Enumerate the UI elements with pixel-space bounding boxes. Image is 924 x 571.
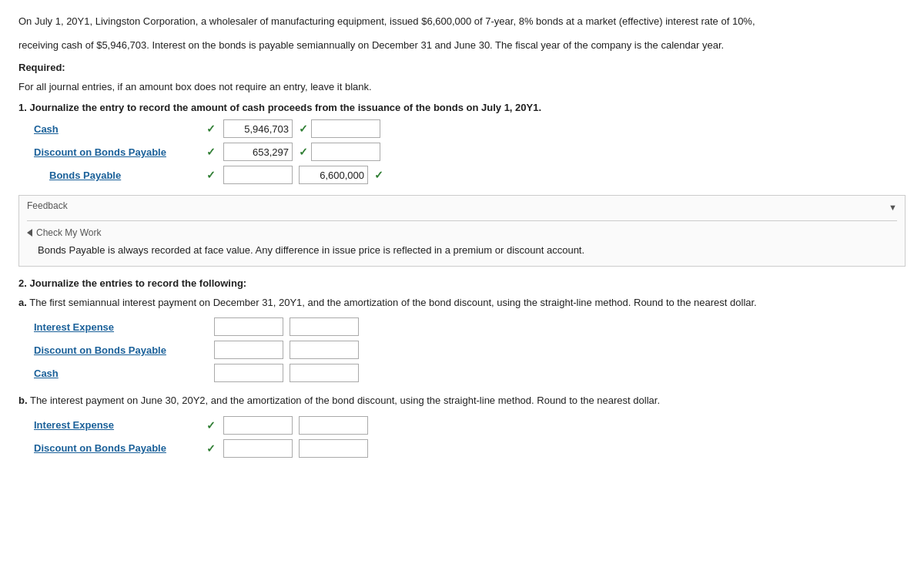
account-discount-bonds[interactable]: Discount on Bonds Payable	[34, 146, 203, 158]
discount-debit-check: ✓	[299, 146, 308, 158]
cash-debit-col: 5,946,703 ✓	[223, 119, 308, 138]
journal-row-discount-a: Discount on Bonds Payable	[34, 341, 906, 359]
discount-debit-box[interactable]: 653,297	[223, 143, 293, 161]
journal-row-interest-expense-b: Interest Expense ✓	[34, 416, 906, 435]
bonds-payable-debit-col	[223, 166, 296, 184]
question2b-text: b. The interest payment on June 30, 20Y2…	[18, 393, 906, 408]
journal-row-cash: Cash ✓ 5,946,703 ✓	[34, 119, 906, 138]
discount-b-check: ✓	[206, 442, 216, 455]
discount-credit-col	[311, 143, 383, 161]
interest-expense-b-credit-box[interactable]	[299, 416, 368, 435]
journal-row-discount: Discount on Bonds Payable ✓ 653,297 ✓	[34, 143, 906, 161]
feedback-label: Feedback	[27, 200, 68, 211]
bonds-payable-credit-check: ✓	[374, 169, 383, 181]
bonds-payable-credit-box[interactable]: 6,600,000	[299, 166, 368, 184]
cash-a-debit-col	[214, 364, 286, 382]
interest-expense-a-debit-box[interactable]	[214, 317, 283, 336]
interest-expense-a-credit-col	[290, 317, 362, 336]
account-bonds-payable[interactable]: Bonds Payable	[34, 170, 203, 181]
discount-a-credit-col	[290, 341, 362, 359]
instructions: For all journal entries, if an amount bo…	[18, 79, 906, 95]
journal-row-cash-a: Cash	[34, 364, 906, 382]
discount-b-credit-col	[299, 439, 371, 458]
bonds-payable-account-check: ✓	[206, 169, 216, 181]
intro-text-1: On July 1, 20Y1, Livingston Corporation,…	[18, 14, 906, 30]
journal-entry-q2b: Interest Expense ✓ Discount on Bonds Pay…	[34, 416, 906, 458]
feedback-content: Bonds Payable is always recorded at face…	[27, 243, 897, 258]
interest-expense-a-debit-col	[214, 317, 286, 336]
account-interest-expense-b[interactable]: Interest Expense	[34, 419, 203, 431]
journal-row-discount-b: Discount on Bonds Payable ✓	[34, 439, 906, 458]
cash-credit-box[interactable]	[311, 119, 380, 138]
account-discount-bonds-b[interactable]: Discount on Bonds Payable	[34, 442, 203, 454]
cash-a-credit-box[interactable]	[290, 364, 359, 382]
cash-debit-box[interactable]: 5,946,703	[223, 119, 293, 138]
cash-debit-check: ✓	[299, 123, 308, 135]
dropdown-arrow-icon[interactable]: ▼	[889, 203, 897, 212]
cash-a-debit-box[interactable]	[214, 364, 283, 382]
discount-account-check: ✓	[206, 146, 216, 158]
question2a-text: a. The first semiannual interest payment…	[18, 295, 906, 311]
bonds-payable-debit-box[interactable]	[223, 166, 293, 184]
interest-expense-a-credit-box[interactable]	[290, 317, 359, 336]
discount-credit-box[interactable]	[311, 143, 380, 161]
discount-b-debit-col	[223, 439, 296, 458]
question2-text: Journalize the entries to record the fol…	[29, 277, 246, 289]
journal-entry-q2a: Interest Expense Discount on Bonds Payab…	[34, 317, 906, 382]
feedback-divider	[27, 220, 897, 221]
interest-expense-b-debit-box[interactable]	[223, 416, 293, 435]
question1-header: 1. Journalize the entry to record the am…	[18, 102, 906, 113]
feedback-box: Feedback ▼ Check My Work Bonds Payable i…	[18, 195, 906, 267]
cash-credit-col	[311, 119, 383, 138]
required-label: Required:	[18, 62, 906, 73]
account-cash-a[interactable]: Cash	[34, 368, 203, 379]
discount-b-debit-box[interactable]	[223, 439, 293, 458]
cash-a-credit-col	[290, 364, 362, 382]
account-cash[interactable]: Cash	[34, 123, 203, 135]
discount-a-debit-col	[214, 341, 286, 359]
discount-a-credit-box[interactable]	[290, 341, 359, 359]
check-my-work-label: Check My Work	[36, 227, 101, 238]
question2-header: 2. Journalize the entries to record the …	[18, 277, 906, 289]
intro-text-2: receiving cash of $5,946,703. Interest o…	[18, 38, 906, 54]
question1-text: Journalize the entry to record the amoun…	[29, 102, 541, 113]
triangle-icon	[27, 229, 32, 237]
journal-row-bonds-payable: Bonds Payable ✓ 6,600,000 ✓	[34, 166, 906, 184]
interest-expense-b-check: ✓	[206, 419, 216, 432]
interest-expense-b-credit-col	[299, 416, 371, 435]
discount-a-debit-box[interactable]	[214, 341, 283, 359]
discount-debit-col: 653,297 ✓	[223, 143, 308, 161]
account-interest-expense-a[interactable]: Interest Expense	[34, 321, 203, 333]
journal-entry-q1: Cash ✓ 5,946,703 ✓ Discount on Bonds Pay…	[34, 119, 906, 184]
check-my-work-button[interactable]: Check My Work	[27, 227, 897, 238]
interest-expense-b-debit-col	[223, 416, 296, 435]
discount-b-credit-box[interactable]	[299, 439, 368, 458]
account-discount-bonds-a[interactable]: Discount on Bonds Payable	[34, 344, 203, 356]
bonds-payable-credit-col: 6,600,000 ✓	[299, 166, 383, 184]
cash-account-check: ✓	[206, 123, 216, 135]
journal-row-interest-expense-a: Interest Expense	[34, 317, 906, 336]
